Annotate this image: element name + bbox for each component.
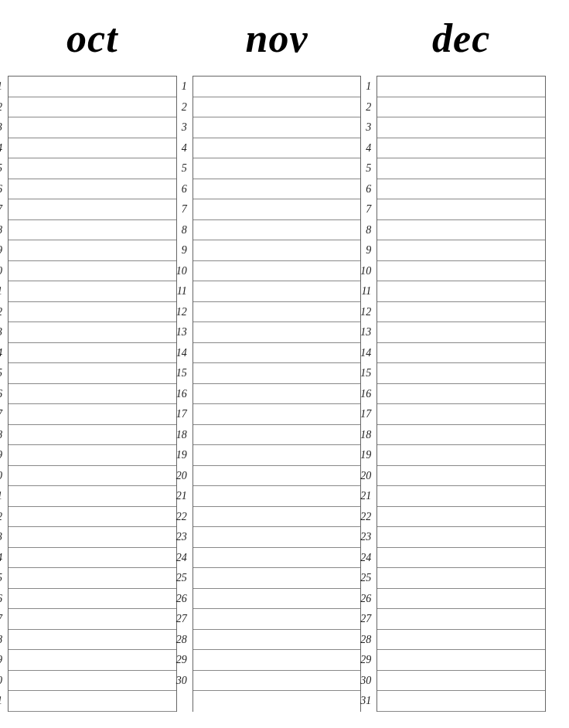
day-cell [374, 568, 545, 588]
day-number: 14 [170, 343, 190, 363]
day-row: 30 [193, 671, 361, 692]
day-cell [190, 486, 361, 506]
day-row: 19 [377, 445, 545, 466]
day-cell [190, 138, 361, 158]
day-cell [374, 650, 545, 670]
day-cell [190, 589, 361, 609]
day-cell [190, 281, 361, 301]
day-number: 6 [354, 179, 374, 199]
day-cell [374, 158, 545, 179]
day-number: 8 [354, 220, 374, 240]
day-number: 20 [0, 466, 5, 486]
day-number: 25 [170, 568, 190, 588]
day-number: 11 [0, 281, 5, 301]
day-row: 21 [377, 486, 545, 507]
day-cell [190, 568, 361, 588]
day-number: 12 [354, 302, 374, 322]
day-row: 3 [377, 117, 545, 138]
day-cell [190, 117, 361, 138]
day-cell [5, 240, 176, 260]
day-cell [5, 261, 176, 281]
day-cell [374, 548, 545, 568]
day-cell [5, 322, 176, 342]
day-row: 1 [193, 77, 361, 97]
day-number: 7 [0, 199, 5, 219]
day-number: 31 [354, 691, 374, 711]
day-cell [5, 384, 176, 404]
day-cell [5, 343, 176, 363]
day-cell [190, 548, 361, 568]
day-number: 10 [0, 261, 5, 281]
day-row: 22 [193, 507, 361, 528]
day-row: 31 [377, 691, 545, 712]
day-row: 19 [9, 445, 176, 466]
day-cell [5, 117, 176, 138]
day-number: 19 [354, 445, 374, 465]
day-row: 6 [193, 179, 361, 200]
day-number: 27 [0, 609, 5, 629]
day-row: 1 [377, 77, 545, 97]
day-cell [5, 404, 176, 424]
day-number: 2 [170, 97, 190, 117]
day-list-oct: 1234567891011121314151617181920212223242… [8, 76, 177, 712]
day-row: 2 [377, 97, 545, 118]
day-row: 4 [377, 138, 545, 159]
day-number: 20 [354, 466, 374, 486]
day-cell [190, 302, 361, 322]
day-row: 11 [193, 281, 361, 302]
day-row: 7 [9, 199, 176, 220]
day-cell [5, 138, 176, 158]
day-number: 14 [0, 343, 5, 363]
day-number: 1 [0, 77, 5, 97]
day-cell [5, 630, 176, 650]
day-row: 25 [193, 568, 361, 589]
day-row: 17 [9, 404, 176, 425]
day-cell [5, 609, 176, 629]
day-cell [374, 404, 545, 424]
day-number: 17 [170, 404, 190, 424]
day-row: 19 [193, 445, 361, 466]
day-row: 5 [377, 158, 545, 179]
day-number: 12 [170, 302, 190, 322]
day-row: 18 [193, 425, 361, 446]
day-cell [5, 199, 176, 219]
day-cell [374, 445, 545, 465]
day-row: 5 [9, 158, 176, 179]
day-row: 27 [9, 609, 176, 630]
day-number: 2 [0, 97, 5, 117]
day-number: 10 [170, 261, 190, 281]
day-cell [374, 302, 545, 322]
day-cell [190, 527, 361, 547]
day-number: 30 [0, 671, 5, 691]
day-number: 13 [354, 322, 374, 342]
day-row: 7 [193, 199, 361, 220]
day-number: 5 [354, 158, 374, 179]
day-cell [5, 691, 176, 711]
day-row: 6 [377, 179, 545, 200]
day-cell [190, 343, 361, 363]
day-number: 21 [0, 486, 5, 506]
day-row: 18 [9, 425, 176, 446]
day-row: 5 [193, 158, 361, 179]
day-number: 18 [0, 425, 5, 445]
day-cell [5, 445, 176, 465]
day-number: 8 [0, 220, 5, 240]
day-number: 13 [170, 322, 190, 342]
day-cell [374, 691, 545, 711]
day-row: 13 [9, 322, 176, 343]
day-row: 12 [377, 302, 545, 323]
day-row: 26 [377, 589, 545, 610]
day-cell [190, 671, 361, 691]
day-cell [374, 261, 545, 281]
day-number: 23 [0, 527, 5, 547]
day-number: 17 [354, 404, 374, 424]
day-row: 14 [9, 343, 176, 364]
day-row: 7 [377, 199, 545, 220]
day-row: 9 [377, 240, 545, 261]
day-row: 11 [377, 281, 545, 302]
month-column-oct: oct 123456789101112131415161718192021222… [8, 15, 177, 713]
day-row: 22 [377, 507, 545, 528]
day-row: 30 [377, 671, 545, 692]
day-cell [190, 220, 361, 240]
day-number: 18 [354, 425, 374, 445]
